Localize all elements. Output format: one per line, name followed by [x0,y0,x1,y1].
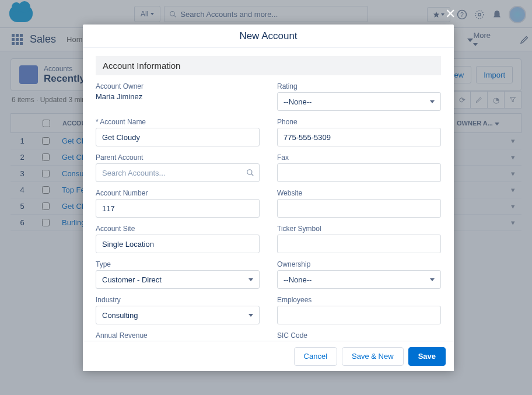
rating-label: Rating [277,82,441,90]
account-owner-value: Maria Jiminez [96,92,260,101]
account-number-input[interactable]: 117 [96,199,260,218]
ownership-label: Ownership [277,260,441,268]
svg-line-13 [251,174,254,176]
fax-label: Fax [277,153,441,162]
search-icon [246,169,254,177]
phone-label: Phone [277,118,441,126]
ownership-value: --None-- [284,275,312,284]
website-label: Website [277,189,441,197]
save-and-new-button[interactable]: Save & New [342,347,404,366]
cancel-button[interactable]: Cancel [294,347,337,366]
modal-close-button[interactable]: ✕ [443,7,457,21]
account-owner-label: Account Owner [96,82,260,90]
account-name-input[interactable]: Get Cloudy [96,128,260,146]
phone-input[interactable]: 775-555-5309 [277,128,441,146]
parent-account-label: Parent Account [96,153,260,162]
parent-account-lookup[interactable]: Search Accounts... [96,163,260,182]
ticker-symbol-label: Ticker Symbol [277,225,441,233]
type-select[interactable]: Customer - Direct [96,270,260,289]
rating-value: --None-- [284,97,312,106]
field-account-owner: Account Owner Maria Jiminez [96,82,260,111]
website-input[interactable] [277,199,441,218]
industry-select[interactable]: Consulting [96,306,260,324]
employees-input[interactable] [277,306,441,324]
chevron-down-icon [430,278,435,281]
new-account-modal: New Account Account Information Account … [83,25,454,371]
account-site-label: Account Site [96,225,260,233]
section-account-information: Account Information [96,56,441,75]
type-value: Customer - Direct [102,275,162,284]
industry-label: Industry [96,296,260,304]
fax-input[interactable] [277,163,441,182]
sic-code-label: SIC Code [277,331,441,340]
modal-title: New Account [83,25,454,48]
ticker-symbol-input[interactable] [277,235,441,253]
annual-revenue-label: Annual Revenue [96,331,260,340]
chevron-down-icon [249,278,253,281]
save-button[interactable]: Save [408,347,446,366]
type-label: Type [96,260,260,268]
chevron-down-icon [430,100,435,103]
svg-point-12 [247,170,252,174]
parent-account-placeholder: Search Accounts... [102,169,165,177]
chevron-down-icon [249,314,253,317]
industry-value: Consulting [102,311,138,320]
ownership-select[interactable]: --None-- [277,270,441,289]
modal-footer: Cancel Save & New Save [83,341,454,371]
account-site-input[interactable]: Single Location [96,235,260,253]
employees-label: Employees [277,296,441,304]
account-name-label: * Account Name [96,118,260,126]
account-number-label: Account Number [96,189,260,197]
rating-select[interactable]: --None-- [277,92,441,111]
